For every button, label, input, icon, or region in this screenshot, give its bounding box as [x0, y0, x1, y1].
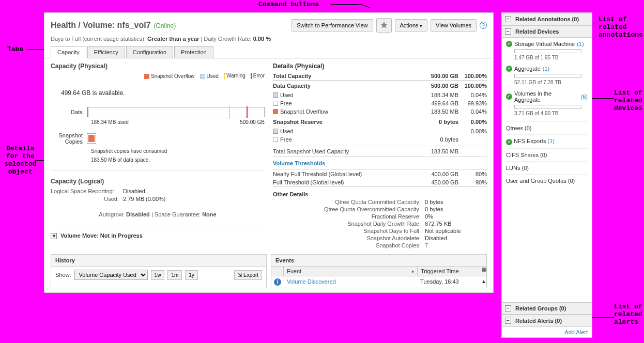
- history-1y-button[interactable]: 1y: [185, 270, 198, 280]
- ok-icon: ✓: [506, 93, 512, 100]
- det-dc-free: Free499.64 GB99.93%: [273, 99, 487, 107]
- od-qcc: Qtree Quota Committed Capacity:0 bytes: [273, 198, 487, 206]
- rd-cifs[interactable]: CIFS Shares (0): [506, 148, 588, 161]
- event-row[interactable]: i Volume Discovered Tuesday, 16:43 ▲: [271, 276, 486, 288]
- det-sr-used-l: Used: [280, 128, 294, 134]
- rd-via-t: 3.71 GB of 4.90 TB: [514, 111, 588, 116]
- swatch-used-sm: [273, 92, 278, 98]
- collapse-icon[interactable]: −: [505, 318, 511, 324]
- actions-button[interactable]: Actions: [395, 19, 428, 32]
- collapse-icon[interactable]: −: [505, 28, 511, 35]
- export-button[interactable]: ⇲ Export: [234, 270, 262, 280]
- swatch-used: [200, 74, 205, 79]
- rd-qtrees[interactable]: Qtrees (0): [506, 121, 588, 134]
- od-fr-k: Fractional Reserve:: [273, 213, 425, 220]
- favorite-button[interactable]: [376, 18, 392, 33]
- related-annotations-header[interactable]: −Related Annotations (0): [502, 13, 592, 25]
- det-sr-free-l: Free: [280, 136, 292, 143]
- swatch-ov-sm: [273, 109, 278, 114]
- volume-thresholds-link[interactable]: Volume Thresholds: [273, 160, 487, 166]
- header: Health / Volume: nfs_vol7 (Online) Switc…: [44, 13, 493, 35]
- det-dc-l: Data Capacity: [273, 83, 311, 89]
- snap-bar-fill: [88, 135, 95, 142]
- tab-configuration[interactable]: Configuration: [126, 46, 173, 58]
- related-groups-header[interactable]: −Related Groups (0): [502, 302, 592, 315]
- history-select[interactable]: Volume Capacity Used: [74, 270, 148, 280]
- rd-svm-bar: [514, 49, 581, 53]
- det-total-v2: 100.00%: [458, 73, 487, 79]
- autogrow-label: Autogrow:: [99, 211, 126, 217]
- events-panel: Events Event▾ Triggered Time ▦ i Volume …: [271, 254, 487, 288]
- history-1m-button[interactable]: 1m: [167, 270, 182, 280]
- filter-icon[interactable]: ▾: [411, 269, 414, 274]
- collapse-icon[interactable]: −: [505, 16, 511, 22]
- det-dc-ov: Snapshot Overflow183.50 MB0.04%: [273, 107, 487, 116]
- snap-text1: Snapshot copies have consumed: [91, 148, 265, 154]
- rd-luns[interactable]: LUNs (0): [506, 161, 588, 174]
- related-annotations-text: Related Annotations (0): [515, 16, 579, 22]
- swatch-overflow: [144, 74, 149, 79]
- status-online: (Online): [154, 22, 176, 29]
- od-title: Other Details: [273, 191, 487, 197]
- divider: [51, 170, 265, 170]
- data-bar-warning-marker: [229, 106, 230, 118]
- history-1w-button[interactable]: 1w: [151, 270, 165, 280]
- expand-icon[interactable]: ▾: [51, 233, 57, 239]
- rd-agg: ✓Aggregate (1) 52.11 GB of 7.28 TB: [506, 66, 588, 85]
- related-alerts-header[interactable]: −Related Alerts (0): [502, 315, 592, 327]
- swatch-warning: [224, 73, 225, 79]
- rd-svm-c[interactable]: (1): [577, 41, 584, 47]
- log-reporting-k: Logical Space Reporting:: [51, 188, 123, 194]
- tab-protection[interactable]: Protection: [174, 46, 213, 58]
- events-col-time[interactable]: Triggered Time: [421, 268, 459, 274]
- event-name[interactable]: Volume Discovered: [284, 278, 417, 286]
- od-sad-k: Snapshot Autodelete:: [273, 235, 425, 241]
- det-tsuc-l: Total Snapshot Used Capacity: [273, 148, 422, 154]
- events-header: Event▾ Triggered Time ▦: [271, 267, 486, 276]
- tab-bar: Capacity Efficiency Configuration Protec…: [51, 46, 493, 58]
- column-picker-icon[interactable]: ▦: [482, 267, 486, 276]
- det-sr-used: Used0.00%: [273, 127, 487, 135]
- det-sr-l: Snapshot Reserve: [273, 119, 323, 125]
- days-label: Days to Full (current usage statistics):: [51, 36, 147, 42]
- det-tsuc-v1: 183.50 MB: [422, 148, 458, 154]
- data-bar-error-marker: [247, 106, 248, 118]
- legend-warning: Warning: [226, 73, 246, 79]
- rd-ugq[interactable]: User and Group Quotas (0): [506, 174, 588, 187]
- rd-agg-c[interactable]: (1): [543, 66, 549, 72]
- data-total-text: 500.00 GB: [240, 119, 265, 125]
- log-used-v: 2.79 MB (0.00%): [123, 196, 166, 202]
- help-icon[interactable]: ?: [480, 22, 487, 29]
- autogrow-val: Disabled: [126, 211, 150, 217]
- det-ft-l: Full Threshold (Global level): [273, 179, 422, 185]
- history-title: History: [51, 255, 266, 267]
- events-col-event[interactable]: Event: [287, 268, 301, 274]
- view-volumes-button[interactable]: View Volumes: [431, 19, 477, 32]
- add-alert-link[interactable]: Add Alert: [564, 329, 588, 335]
- det-sr-free: Free0 bytes: [273, 135, 487, 144]
- capacity-physical-col: Capacity (Physical) Snapshot Overflow Us…: [51, 63, 265, 249]
- history-show-label: Show:: [55, 272, 71, 278]
- tab-capacity[interactable]: Capacity: [51, 46, 86, 58]
- cap-phys-title: Capacity (Physical): [51, 63, 265, 70]
- ok-icon: ✓: [506, 41, 512, 47]
- related-devices-header[interactable]: −Related Devices: [502, 25, 592, 38]
- growth-val: 0.00 %: [253, 36, 271, 42]
- rd-nfs[interactable]: ✓ NFS Exports (1): [506, 134, 588, 148]
- od-qcc-k: Qtree Quota Committed Capacity:: [273, 199, 425, 205]
- rd-nfs-c[interactable]: (1): [547, 138, 554, 144]
- available-text: 499.64 GB is available.: [61, 89, 265, 97]
- switch-perf-button[interactable]: Switch to Performance View: [292, 19, 373, 32]
- collapse-icon[interactable]: −: [505, 305, 511, 311]
- tab-efficiency[interactable]: Efficiency: [87, 46, 125, 58]
- command-buttons: Switch to Performance View Actions View …: [292, 18, 487, 33]
- scroll-up-icon[interactable]: ▲: [481, 278, 486, 286]
- det-ft: Full Threshold (Global level)450.00 GB90…: [273, 178, 487, 187]
- data-bar-label: Data: [51, 109, 87, 115]
- od-qoc-k: Qtree Quota Overcommitted Capacity:: [273, 206, 425, 212]
- od-sc-v[interactable]: 7: [425, 242, 487, 248]
- rd-via-c[interactable]: (6): [581, 93, 588, 100]
- swatch-free-sm: [273, 137, 278, 142]
- od-sdtf: Snapshot Days to Full:Not applicable: [273, 227, 487, 235]
- od-qcc-v: 0 bytes: [425, 199, 487, 205]
